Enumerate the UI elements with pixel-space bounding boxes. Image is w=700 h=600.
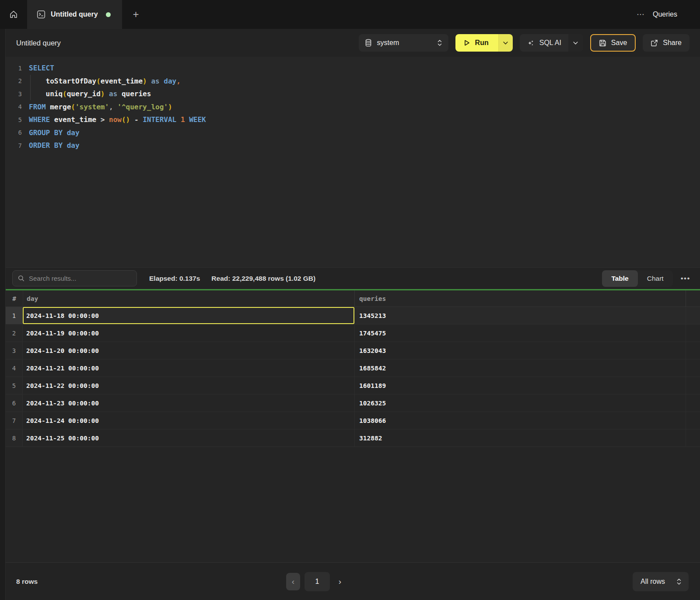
row-count: 8 rows [16,578,38,586]
column-header-spacer [686,290,700,307]
queries-link[interactable]: Queries [653,10,677,18]
cell-queries[interactable]: 1345213 [354,307,686,324]
table-row: 82024-11-25 00:00:00312882 [0,429,700,447]
row-spacer [686,359,700,377]
tab-title: Untitled query [51,10,98,18]
home-icon [9,10,18,19]
code-text: ORDER BY day [29,141,80,150]
cell-queries[interactable]: 312882 [354,429,686,447]
cell-queries[interactable]: 1632043 [354,342,686,359]
play-icon [463,39,470,46]
next-page-button[interactable]: › [334,573,346,590]
tab-table[interactable]: Table [602,270,637,287]
line-number: 5 [12,116,22,123]
tab-bar-right: ⋯ Queries [637,0,700,29]
column-header-day[interactable]: day [23,290,354,307]
current-page-button[interactable]: 1 [304,572,330,591]
tab-untitled-query[interactable]: Untitled query [27,0,122,29]
code-line[interactable]: 1SELECT [0,62,700,75]
sql-console-app: Untitled query + ⋯ Queries Untitled quer… [0,0,700,600]
tab-chart[interactable]: Chart [638,270,673,287]
share-icon [651,39,658,47]
row-index[interactable]: 6 [6,394,23,412]
code-line[interactable]: 4FROM merge('system', '^query_log') [0,101,700,114]
row-spacer [686,429,700,447]
line-number: 2 [12,77,22,84]
share-button[interactable]: Share [643,34,690,52]
row-index[interactable]: 1 [6,307,23,324]
rows-per-page-select[interactable]: All rows [633,572,689,591]
home-button[interactable] [0,0,27,29]
row-index[interactable]: 5 [6,377,23,394]
run-options-button[interactable] [498,34,513,52]
page-title: Untitled query [16,39,61,47]
cell-day[interactable]: 2024-11-22 00:00:00 [23,377,354,394]
row-index[interactable]: 8 [6,429,23,447]
row-index[interactable]: 7 [6,412,23,429]
cell-day[interactable]: 2024-11-20 00:00:00 [23,342,354,359]
sql-ai-button-group: SQL AI [520,34,583,52]
results-toolbar-right: Table Chart ••• [602,270,700,287]
cell-day[interactable]: 2024-11-19 00:00:00 [23,324,354,342]
cell-queries[interactable]: 1685842 [354,359,686,377]
line-number: 6 [12,129,22,136]
code-line[interactable]: 6GROUP BY day [0,126,700,140]
row-index[interactable]: 2 [6,324,23,342]
results-footer: 8 rows ‹ 1 › All rows [0,562,700,600]
toolbar-actions: system Run [359,34,690,52]
search-results-input[interactable]: Search results... [12,270,137,286]
line-number: 1 [12,65,22,72]
save-button[interactable]: Save [590,34,636,52]
prev-page-button[interactable]: ‹ [286,573,300,590]
table-row: 12024-11-18 00:00:001345213 [0,307,700,324]
code-line[interactable]: 3 uniq(query_id) as queries [0,87,700,101]
tab-bar: Untitled query + ⋯ Queries [0,0,700,29]
left-gutter [0,29,6,600]
row-index[interactable]: 4 [6,359,23,377]
database-select[interactable]: system [359,34,448,52]
row-spacer [686,324,700,342]
new-tab-button[interactable]: + [122,0,150,29]
results-more-icon[interactable]: ••• [681,274,690,283]
row-spacer [686,307,700,324]
row-spacer [686,342,700,359]
code-line[interactable]: 5WHERE event_time > now() - INTERVAL 1 W… [0,113,700,126]
row-spacer [686,394,700,412]
code-line[interactable]: 2 toStartOfDay(event_time) as day, [0,75,700,88]
cell-queries[interactable]: 1038066 [354,412,686,429]
row-index[interactable]: 3 [6,342,23,359]
sql-ai-options-button[interactable] [568,34,583,52]
cell-queries[interactable]: 1745475 [354,324,686,342]
updown-chevron-icon [437,39,442,46]
cell-day[interactable]: 2024-11-18 00:00:00 [23,307,354,324]
code-text: toStartOfDay(event_time) as day, [29,77,181,85]
table-empty-area [0,447,700,562]
database-icon [365,39,372,47]
line-number: 7 [12,142,22,149]
sparkles-icon [527,39,535,47]
run-button[interactable]: Run [455,34,498,52]
column-header-queries[interactable]: queries [354,290,686,307]
cell-day[interactable]: 2024-11-21 00:00:00 [23,359,354,377]
cell-queries[interactable]: 1601189 [354,377,686,394]
save-button-label: Save [611,39,627,47]
code-line[interactable]: 7ORDER BY day [0,139,700,152]
code-text: FROM merge('system', '^query_log') [29,103,172,111]
table-row: 32024-11-20 00:00:001632043 [0,342,700,359]
row-spacer [686,377,700,394]
pagination: ‹ 1 › [286,572,346,591]
column-header-index[interactable]: # [6,290,23,307]
sidebar-more-icon[interactable]: ⋯ [637,10,645,18]
sql-editor[interactable]: 1SELECT2 toStartOfDay(event_time) as day… [0,57,700,267]
cell-queries[interactable]: 1026325 [354,394,686,412]
chevron-left-icon: ‹ [292,577,294,586]
code-text: GROUP BY day [29,129,80,137]
cell-day[interactable]: 2024-11-24 00:00:00 [23,412,354,429]
search-icon [18,275,24,282]
table-header: # day queries [0,290,700,307]
cell-day[interactable]: 2024-11-23 00:00:00 [23,394,354,412]
code-text: SELECT [29,64,54,72]
sql-ai-button[interactable]: SQL AI [520,34,568,52]
run-button-group: Run [455,34,513,52]
cell-day[interactable]: 2024-11-25 00:00:00 [23,429,354,447]
